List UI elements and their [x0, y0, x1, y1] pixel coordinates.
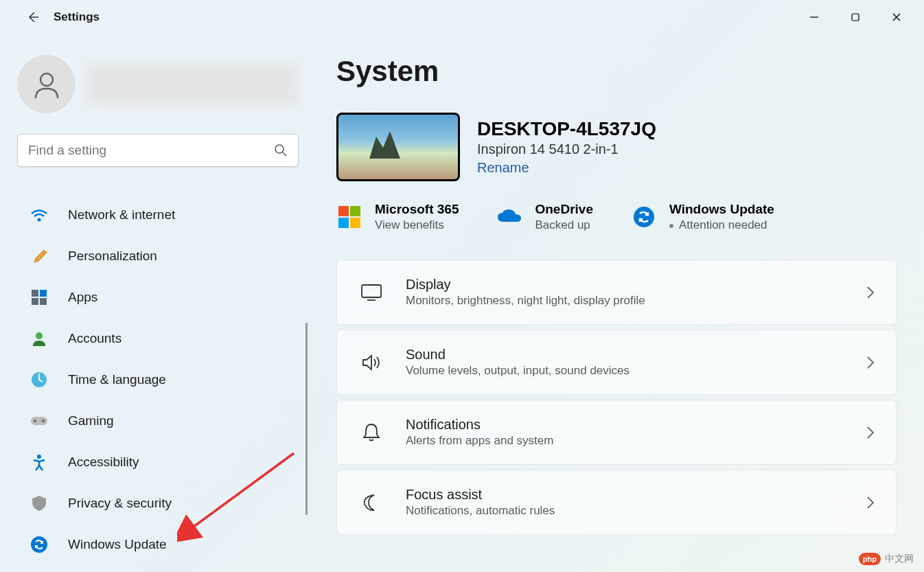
cloud-icon	[496, 204, 522, 230]
status-subtitle: View benefits	[375, 218, 459, 232]
maximize-button[interactable]	[835, 3, 876, 31]
sidebar-item-apps[interactable]: Apps	[17, 277, 305, 318]
svg-point-15	[37, 455, 41, 459]
card-title: Display	[406, 277, 845, 293]
svg-point-17	[634, 207, 654, 227]
device-name: DESKTOP-4L537JQ	[477, 118, 656, 140]
microsoft-logo-icon	[336, 204, 362, 230]
nav-label: Personalization	[68, 249, 157, 264]
sidebar-item-personalization[interactable]: Personalization	[17, 236, 305, 277]
nav-label: Privacy & security	[68, 496, 172, 511]
desktop-wallpaper-thumbnail	[336, 113, 460, 181]
accessibility-icon	[30, 453, 49, 472]
status-title: Microsoft 365	[375, 202, 459, 217]
main-content: System DESKTOP-4L537JQ Inspiron 14 5410 …	[316, 34, 924, 572]
paintbrush-icon	[30, 247, 49, 266]
svg-rect-6	[32, 290, 38, 297]
sidebar-item-gaming[interactable]: Gaming	[17, 400, 305, 442]
chevron-right-icon	[866, 355, 875, 370]
user-profile[interactable]	[17, 55, 299, 113]
arrow-left-icon	[26, 10, 40, 24]
setting-card-notifications[interactable]: Notifications Alerts from apps and syste…	[336, 400, 897, 465]
nav-label: Gaming	[68, 413, 114, 428]
back-button[interactable]	[19, 3, 47, 31]
titlebar: Settings	[0, 0, 924, 34]
search-box[interactable]	[17, 134, 299, 167]
nav-label: Network & internet	[68, 207, 175, 222]
device-info-row: DESKTOP-4L537JQ Inspiron 14 5410 2-in-1 …	[336, 113, 897, 181]
sidebar-item-time-language[interactable]: Time & language	[17, 359, 305, 400]
svg-point-14	[42, 420, 45, 422]
page-title: System	[336, 55, 897, 88]
setting-card-sound[interactable]: Sound Volume levels, output, input, soun…	[336, 330, 897, 395]
svg-rect-18	[362, 285, 381, 297]
nav-label: Windows Update	[68, 537, 167, 552]
sidebar-item-network[interactable]: Network & internet	[17, 194, 305, 236]
status-title: Windows Update	[669, 202, 774, 217]
window-controls	[794, 3, 917, 31]
svg-rect-7	[40, 290, 47, 297]
setting-card-focus-assist[interactable]: Focus assist Notifications, automatic ru…	[336, 470, 897, 535]
svg-rect-12	[31, 417, 47, 425]
status-windows-update[interactable]: Windows Update Attention needed	[631, 202, 774, 232]
sidebar-item-accounts[interactable]: Accounts	[17, 318, 305, 359]
card-desc: Monitors, brightness, night light, displ…	[406, 294, 845, 308]
gamepad-icon	[30, 411, 49, 431]
minimize-button[interactable]	[794, 3, 835, 31]
speaker-icon	[358, 353, 385, 372]
status-title: OneDrive	[535, 202, 592, 217]
chevron-right-icon	[866, 285, 875, 300]
maximize-icon	[851, 12, 860, 22]
nav-label: Accessibility	[68, 455, 139, 470]
person-icon	[30, 329, 49, 348]
sync-icon	[631, 204, 657, 230]
sidebar-item-privacy[interactable]: Privacy & security	[17, 483, 305, 524]
svg-point-13	[34, 420, 36, 422]
shield-icon	[30, 494, 49, 513]
watermark-logo: php	[859, 553, 881, 565]
status-subtitle: Backed up	[535, 218, 592, 232]
close-button[interactable]	[876, 3, 917, 31]
svg-line-4	[283, 152, 286, 156]
device-model: Inspiron 14 5410 2-in-1	[477, 141, 656, 157]
setting-card-display[interactable]: Display Monitors, brightness, night ligh…	[336, 260, 897, 325]
search-icon	[274, 144, 288, 157]
rename-link[interactable]: Rename	[477, 160, 529, 176]
search-input[interactable]	[28, 143, 274, 158]
svg-rect-1	[852, 14, 859, 21]
apps-icon	[30, 288, 49, 307]
chevron-right-icon	[866, 495, 875, 510]
status-row: Microsoft 365 View benefits OneDrive Bac…	[336, 202, 897, 232]
person-icon	[30, 68, 63, 101]
status-microsoft-365[interactable]: Microsoft 365 View benefits	[336, 202, 459, 232]
card-title: Notifications	[406, 417, 845, 433]
nav-list: Network & internet Personalization Apps …	[17, 194, 305, 572]
sync-icon	[30, 535, 49, 554]
sidebar-item-accessibility[interactable]: Accessibility	[17, 442, 305, 483]
status-onedrive[interactable]: OneDrive Backed up	[496, 202, 592, 232]
card-title: Focus assist	[406, 487, 845, 503]
nav-label: Apps	[68, 290, 97, 305]
card-title: Sound	[406, 347, 845, 363]
app-title: Settings	[54, 10, 100, 24]
monitor-icon	[358, 284, 385, 301]
clock-globe-icon	[30, 370, 49, 389]
svg-point-5	[38, 218, 41, 222]
watermark-text: 中文网	[885, 553, 914, 565]
status-subtitle: Attention needed	[669, 218, 774, 232]
svg-point-2	[41, 73, 53, 86]
nav-label: Time & language	[68, 372, 166, 387]
card-desc: Volume levels, output, input, sound devi…	[406, 364, 845, 378]
card-desc: Notifications, automatic rules	[406, 504, 845, 518]
avatar	[17, 55, 76, 113]
profile-info-redacted	[86, 64, 299, 105]
minimize-icon	[809, 12, 819, 22]
scrollbar[interactable]	[305, 323, 308, 515]
sidebar-item-windows-update[interactable]: Windows Update	[17, 524, 305, 565]
wifi-icon	[30, 205, 49, 225]
chevron-right-icon	[866, 425, 875, 440]
svg-rect-8	[32, 298, 38, 305]
close-icon	[892, 12, 901, 22]
svg-point-3	[275, 145, 284, 153]
nav-label: Accounts	[68, 331, 122, 346]
